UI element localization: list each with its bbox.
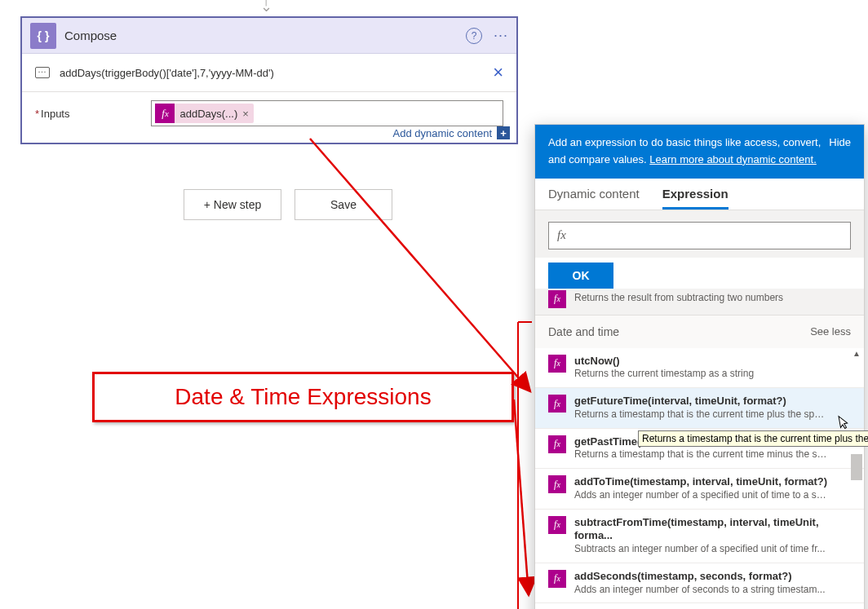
section-date-time: Date and time See less <box>535 316 864 348</box>
close-icon[interactable]: × <box>493 62 503 83</box>
action-buttons: + New step Save <box>184 189 392 220</box>
prev-function-desc: Returns the result from subtracting two … <box>574 292 783 303</box>
help-icon[interactable]: ? <box>466 28 482 44</box>
compose-icon: { } <box>30 23 56 49</box>
flow-arrow-down: │ ⌄ <box>260 0 272 11</box>
comment-icon <box>35 67 50 78</box>
panel-header: Add an expression to do basic things lik… <box>535 125 864 179</box>
fx-icon: fx <box>548 435 566 453</box>
plus-icon: + <box>497 126 510 139</box>
compose-header[interactable]: { } Compose ? ··· <box>22 18 516 54</box>
function-item-utcnow[interactable]: fx utcNow() Returns the current timestam… <box>535 348 864 388</box>
expression-preview-text: addDays(triggerBody()['date'],7,'yyyy-MM… <box>60 67 493 79</box>
tab-dynamic-content[interactable]: Dynamic content <box>548 187 640 210</box>
expression-pill[interactable]: fx addDays(...) × <box>155 104 253 123</box>
fx-icon: fx <box>155 104 175 123</box>
fx-icon: fx <box>548 516 566 534</box>
fx-icon: fx <box>548 570 566 588</box>
compose-action-card: { } Compose ? ··· addDays(triggerBody()[… <box>20 16 518 144</box>
expression-preview-row: addDays(triggerBody()['date'],7,'yyyy-MM… <box>22 54 516 92</box>
svg-line-1 <box>514 399 529 595</box>
scrollbar-thumb[interactable] <box>851 454 862 480</box>
learn-more-link[interactable]: Learn more about dynamic content. <box>649 153 817 165</box>
function-list: ▲ fx utcNow() Returns the current timest… <box>535 348 864 609</box>
ok-button[interactable]: OK <box>548 263 613 289</box>
inputs-row: *Inputs fx addDays(...) × Add dynamic co… <box>22 92 516 143</box>
function-item-addminutes[interactable]: fx addMinutes(timestamp, minutes, format… <box>535 603 864 609</box>
svg-line-0 <box>310 139 530 391</box>
annotation-callout: Date & Time Expressions <box>92 372 514 422</box>
function-item-getfuturetime[interactable]: fx getFutureTime(interval, timeUnit, for… <box>535 388 864 428</box>
fx-input-wrap: fx <box>535 210 864 258</box>
annotation-text: Date & Time Expressions <box>175 384 431 410</box>
hover-tooltip: Returns a timestamp that is the current … <box>638 430 868 447</box>
previous-function-item[interactable]: fx Returns the result from subtracting t… <box>535 289 864 316</box>
save-button[interactable]: Save <box>294 189 392 220</box>
fx-icon: fx <box>548 290 566 308</box>
hide-panel-button[interactable]: Hide <box>829 135 851 169</box>
function-item-addseconds[interactable]: fx addSeconds(timestamp, seconds, format… <box>535 563 864 603</box>
remove-pill-icon[interactable]: × <box>242 108 249 120</box>
tab-expression[interactable]: Expression <box>662 187 728 210</box>
inputs-label: *Inputs <box>35 108 69 120</box>
fx-icon: fx <box>548 395 566 413</box>
fx-icon: fx <box>548 475 566 493</box>
more-menu-icon[interactable]: ··· <box>494 27 508 44</box>
compose-title: Compose <box>64 29 466 42</box>
scroll-up-arrow[interactable]: ▲ <box>851 348 862 360</box>
function-item-addtotime[interactable]: fx addToTime(timestamp, interval, timeUn… <box>535 469 864 509</box>
new-step-button[interactable]: + New step <box>184 189 281 220</box>
fx-icon: fx <box>548 355 566 373</box>
see-less-link[interactable]: See less <box>810 325 851 338</box>
add-dynamic-content-link[interactable]: Add dynamic content + <box>393 126 510 139</box>
inputs-field[interactable]: fx addDays(...) × <box>151 100 503 126</box>
section-title: Date and time <box>548 325 619 338</box>
expression-input[interactable]: fx <box>548 222 851 249</box>
expression-panel: Add an expression to do basic things lik… <box>534 124 865 609</box>
function-item-subtractfromtime[interactable]: fx subtractFromTime(timestamp, interval,… <box>535 510 864 563</box>
panel-tabs: Dynamic content Expression <box>535 179 864 210</box>
